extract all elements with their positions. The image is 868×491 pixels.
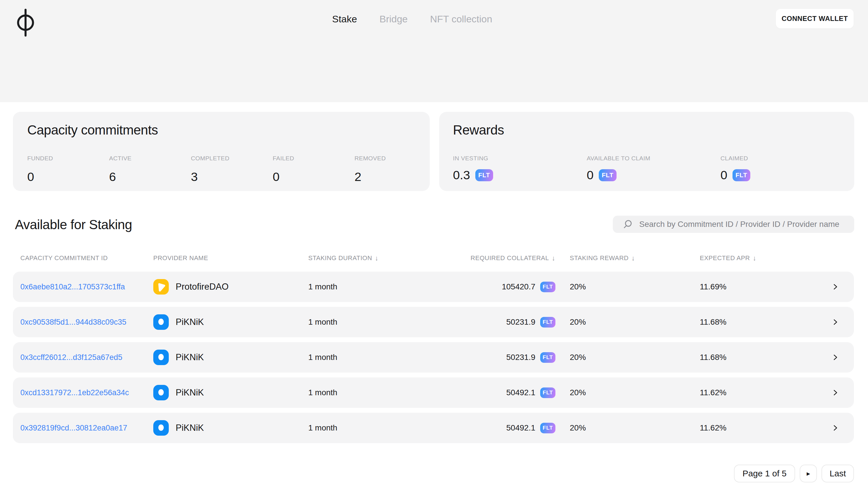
- sort-down-icon[interactable]: ↓: [631, 254, 635, 262]
- column-provider-name: PROVIDER NAME: [153, 252, 208, 264]
- stat-funded: FUNDED 0: [27, 155, 109, 184]
- staking-reward-value: 20%: [570, 307, 586, 337]
- column-staking-reward[interactable]: STAKING REWARD ↓: [570, 252, 635, 264]
- staking-reward-value: 20%: [570, 271, 586, 302]
- flt-token-badge: FLT: [540, 423, 555, 433]
- page-indicator-button[interactable]: Page 1 of 5: [734, 465, 795, 482]
- avatar-circle-glyph: [153, 420, 169, 436]
- flt-token-badge: FLT: [599, 169, 617, 181]
- chevron-right-icon[interactable]: [830, 271, 841, 302]
- flt-token-badge: FLT: [540, 317, 555, 327]
- search-input[interactable]: [639, 220, 847, 229]
- provider-avatar: [153, 420, 169, 436]
- column-required-collateral[interactable]: REQUIRED COLLATERAL ↓: [441, 252, 555, 264]
- chevron-right-icon[interactable]: [830, 413, 841, 443]
- provider-avatar: [153, 385, 169, 400]
- staking-table-row[interactable]: 0x392819f9cd...30812ea0ae17 PiKNiK 1 mon…: [13, 413, 854, 443]
- avatar-circle-glyph: [153, 350, 169, 365]
- commitment-id-link[interactable]: 0x3ccff26012...d3f125a67ed5: [20, 353, 122, 362]
- tab-nft-collection[interactable]: NFT collection: [430, 13, 492, 25]
- avatar-circle-glyph: [153, 314, 169, 330]
- search-box[interactable]: [613, 216, 854, 233]
- staking-duration-value: 1 month: [308, 342, 337, 373]
- staking-duration-value: 1 month: [308, 307, 337, 337]
- staking-reward-value: 20%: [570, 377, 586, 408]
- available-for-staking-title: Available for Staking: [15, 217, 132, 232]
- chevron-right-icon[interactable]: [830, 342, 841, 373]
- flt-token-badge: FLT: [475, 169, 493, 181]
- expected-apr-value: 11.69%: [700, 271, 727, 302]
- expected-apr-value: 11.68%: [700, 342, 727, 373]
- flt-token-badge: FLT: [540, 282, 555, 292]
- provider-avatar: [153, 279, 169, 294]
- staking-table-body: 0x6aebe810a2...1705373c1ffa ProtofireDAO…: [13, 271, 854, 448]
- flt-token-badge: FLT: [540, 352, 555, 363]
- chevron-right-icon[interactable]: [830, 307, 841, 337]
- capacity-commitments-title: Capacity commitments: [27, 122, 430, 138]
- sort-down-icon[interactable]: ↓: [375, 254, 379, 262]
- provider-name: PiKNiK: [176, 352, 204, 363]
- staking-duration-value: 1 month: [308, 271, 337, 302]
- column-expected-apr[interactable]: EXPECTED APR ↓: [700, 252, 756, 264]
- expected-apr-value: 11.62%: [700, 413, 727, 443]
- staking-table-row[interactable]: 0x3ccff26012...d3f125a67ed5 PiKNiK 1 mon…: [13, 342, 854, 373]
- staking-table-row[interactable]: 0xc90538f5d1...944d38c09c35 PiKNiK 1 mon…: [13, 307, 854, 337]
- tab-bridge[interactable]: Bridge: [379, 13, 408, 25]
- capacity-stats: FUNDED 0 ACTIVE 6 COMPLETED 3 FAILED 0 R…: [27, 155, 430, 184]
- required-collateral-value: 105420.7: [421, 271, 535, 302]
- provider-name: PiKNiK: [176, 387, 204, 398]
- provider-avatar: [153, 350, 169, 365]
- stat-in-vesting: IN VESTING 0.3 FLT: [453, 155, 587, 182]
- staking-table-row[interactable]: 0x6aebe810a2...1705373c1ffa ProtofireDAO…: [13, 271, 854, 302]
- next-page-icon: ▸: [807, 469, 810, 478]
- stat-available-to-claim: AVAILABLE TO CLAIM 0 FLT: [587, 155, 721, 182]
- provider-name: PiKNiK: [176, 317, 204, 327]
- column-staking-duration[interactable]: STAKING DURATION ↓: [308, 252, 379, 264]
- required-collateral-value: 50492.1: [421, 377, 535, 408]
- commitment-id-link[interactable]: 0xc90538f5d1...944d38c09c35: [20, 318, 126, 327]
- expected-apr-value: 11.68%: [700, 307, 727, 337]
- pagination: Page 1 of 5 ▸ Last: [734, 465, 854, 482]
- sort-down-icon[interactable]: ↓: [753, 254, 757, 262]
- fluence-logo-icon[interactable]: [17, 8, 34, 37]
- last-page-button[interactable]: Last: [821, 465, 854, 482]
- avatar-triangle-glyph: [153, 279, 169, 294]
- connect-wallet-button[interactable]: CONNECT WALLET: [776, 9, 853, 28]
- staking-duration-value: 1 month: [308, 413, 337, 443]
- main-nav: Stake Bridge NFT collection: [332, 0, 492, 38]
- rewards-card: Rewards IN VESTING 0.3 FLT AVAILABLE TO …: [439, 112, 854, 191]
- top-bar: Stake Bridge NFT collection CONNECT WALL…: [0, 0, 868, 102]
- required-collateral-value: 50231.9: [421, 307, 535, 337]
- next-page-button[interactable]: ▸: [800, 465, 817, 482]
- staking-reward-value: 20%: [570, 413, 586, 443]
- stat-removed: REMOVED 2: [354, 155, 436, 184]
- search-icon: [623, 219, 633, 229]
- rewards-stats: IN VESTING 0.3 FLT AVAILABLE TO CLAIM 0 …: [453, 155, 854, 182]
- provider-name: ProtofireDAO: [176, 282, 228, 292]
- commitment-id-link[interactable]: 0x392819f9cd...30812ea0ae17: [20, 424, 127, 433]
- stat-active: ACTIVE 6: [109, 155, 191, 184]
- flt-token-badge: FLT: [540, 387, 555, 398]
- chevron-right-icon[interactable]: [830, 377, 841, 408]
- commitment-id-link[interactable]: 0xcd13317972...1eb22e56a34c: [20, 388, 129, 397]
- tab-stake[interactable]: Stake: [332, 13, 357, 25]
- sort-down-icon[interactable]: ↓: [552, 254, 556, 262]
- staking-duration-value: 1 month: [308, 377, 337, 408]
- stat-failed: FAILED 0: [273, 155, 354, 184]
- column-capacity-commitment-id: CAPACITY COMMITMENT ID: [20, 252, 108, 264]
- flt-token-badge: FLT: [733, 169, 750, 181]
- provider-name: PiKNiK: [176, 423, 204, 433]
- expected-apr-value: 11.62%: [700, 377, 727, 408]
- stat-completed: COMPLETED 3: [191, 155, 273, 184]
- staking-reward-value: 20%: [570, 342, 586, 373]
- capacity-commitments-card: Capacity commitments FUNDED 0 ACTIVE 6 C…: [13, 112, 430, 191]
- stat-claimed: CLAIMED 0 FLT: [721, 155, 854, 182]
- rewards-title: Rewards: [453, 122, 854, 138]
- avatar-circle-glyph: [153, 385, 169, 400]
- staking-table-header: CAPACITY COMMITMENT ID PROVIDER NAME STA…: [13, 252, 854, 264]
- provider-avatar: [153, 314, 169, 330]
- staking-table-row[interactable]: 0xcd13317972...1eb22e56a34c PiKNiK 1 mon…: [13, 377, 854, 408]
- required-collateral-value: 50492.1: [421, 413, 535, 443]
- required-collateral-value: 50231.9: [421, 342, 535, 373]
- commitment-id-link[interactable]: 0x6aebe810a2...1705373c1ffa: [20, 283, 125, 291]
